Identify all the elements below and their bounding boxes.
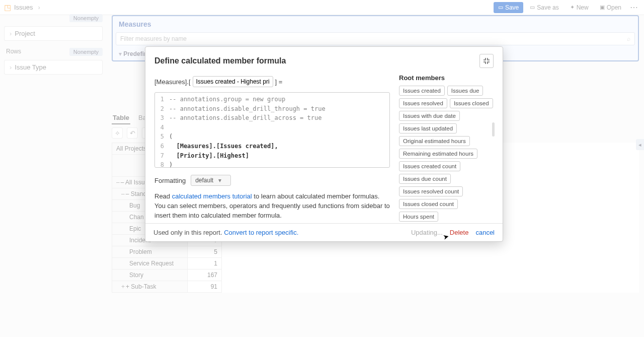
name-prefix: [Measures].[ (154, 78, 191, 86)
formatting-select[interactable]: default ▾ (191, 175, 230, 186)
help-text: Read calculated members tutorial to lear… (154, 192, 390, 221)
line-gutter: 12345678 (155, 95, 166, 165)
formula-modal: Define calculated member formula [Measur… (145, 46, 503, 242)
formula-name-input[interactable] (193, 76, 273, 87)
root-members-list: Issues createdIssues dueIssues resolvedI… (399, 86, 494, 223)
formula-code-editor[interactable]: 12345678 -- annotations.group = new grou… (154, 92, 390, 168)
member-chip[interactable]: Issues created (399, 86, 445, 96)
member-chip[interactable]: Remaining estimated hours (399, 149, 477, 159)
root-members-title: Root members (399, 74, 494, 82)
name-suffix: ] = (275, 78, 283, 86)
member-chip[interactable]: Issues with due date (399, 111, 460, 121)
member-chip[interactable]: Original estimated hours (399, 136, 470, 146)
root-members-panel: Root members Issues createdIssues dueIss… (399, 74, 494, 219)
formatting-value: default (195, 177, 213, 184)
chevron-down-icon: ▾ (218, 177, 221, 184)
formula-name-row: [Measures].[ ] = (154, 76, 390, 87)
member-chip[interactable]: Issues closed (450, 98, 493, 108)
tutorial-link[interactable]: calculated members tutorial (172, 192, 252, 200)
updating-status: Updating... (411, 229, 443, 236)
member-chip[interactable]: Issues created count (399, 161, 460, 171)
cancel-button[interactable]: cancel (475, 229, 495, 236)
report-scope-text: Used only in this report. (153, 229, 224, 236)
convert-link[interactable]: Convert to report specific. (224, 229, 298, 236)
code-content[interactable]: -- annotations.group = new group -- anno… (166, 95, 389, 165)
member-chip[interactable]: Issues due count (399, 174, 451, 184)
modal-title: Define calculated member formula (154, 56, 286, 65)
delete-button[interactable]: Delete (450, 229, 469, 236)
member-chip[interactable]: Hours spent (399, 212, 438, 222)
formatting-label: Formatting (154, 177, 186, 184)
member-chip[interactable]: Issues closed count (399, 199, 458, 209)
member-chip[interactable]: Issues last updated (399, 123, 457, 133)
member-chip[interactable]: Issues resolved (399, 98, 447, 108)
scrollbar[interactable] (492, 122, 495, 137)
member-chip[interactable]: Issues due (447, 86, 484, 96)
compress-icon[interactable] (479, 54, 494, 68)
member-chip[interactable]: Issues resolved count (399, 186, 463, 196)
